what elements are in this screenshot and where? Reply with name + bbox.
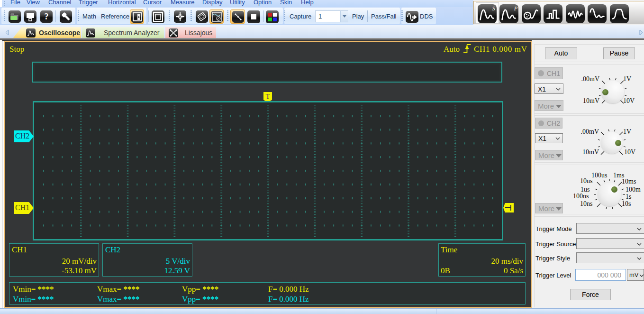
svg-text:S: S [492,5,495,12]
svg-text:?: ? [45,12,49,21]
svg-text:P: P [514,5,518,12]
